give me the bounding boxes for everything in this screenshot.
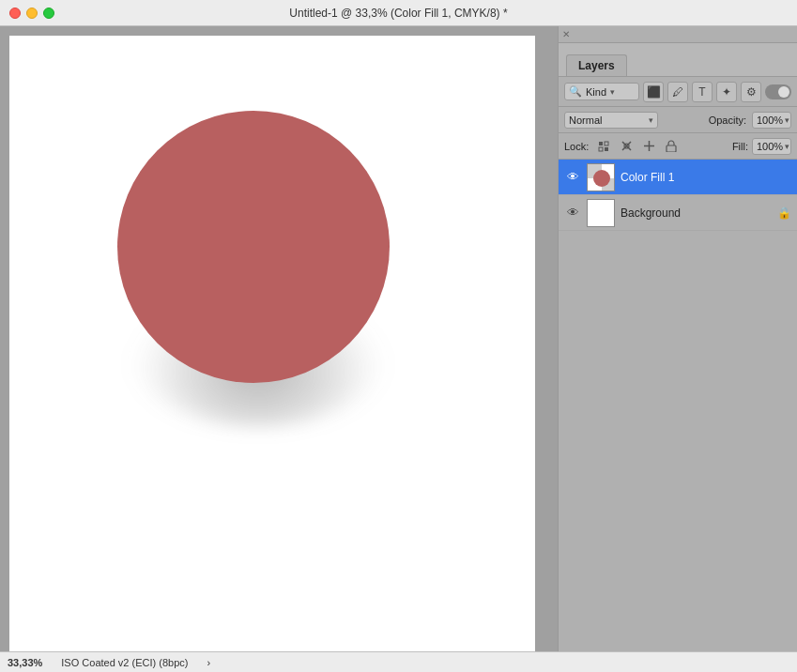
chevron-down-icon: ▾ bbox=[649, 115, 653, 125]
lock-all-button[interactable] bbox=[662, 137, 681, 156]
title-bar: Untitled-1 @ 33,3% (Color Fill 1, CMYK/8… bbox=[0, 0, 797, 26]
lock-position-button[interactable] bbox=[639, 137, 658, 156]
status-bar: 33,33% ISO Coated v2 (ECI) (8bpc) › bbox=[0, 651, 797, 672]
layer-visibility-toggle[interactable]: 👁 bbox=[564, 169, 581, 186]
svg-rect-0 bbox=[599, 142, 603, 145]
lock-fill-toolbar: Lock: Fill: 100% ▾ bbox=[559, 133, 797, 160]
main-area: ✕ Layers 🔍 Kind ▾ ⬛ 🖊 T ✦ ⚙ Normal ▾ bbox=[0, 26, 797, 651]
layers-tab[interactable]: Layers bbox=[566, 54, 627, 76]
fill-value-text: 100% bbox=[757, 141, 783, 152]
svg-rect-1 bbox=[605, 142, 608, 145]
blend-mode-value: Normal bbox=[569, 115, 602, 126]
window-title: Untitled-1 @ 33,3% (Color Fill 1, CMYK/8… bbox=[289, 7, 507, 20]
layer-visibility-toggle[interactable]: 👁 bbox=[564, 205, 581, 221]
panel-close-bar: ✕ bbox=[559, 26, 797, 43]
chevron-down-icon: ▾ bbox=[785, 115, 789, 125]
blend-opacity-toolbar: Normal ▾ Opacity: 100% ▾ bbox=[559, 107, 797, 133]
maximize-button[interactable] bbox=[43, 8, 54, 19]
kind-filter-select[interactable]: 🔍 Kind ▾ bbox=[564, 83, 639, 100]
chevron-down-icon: ▾ bbox=[610, 87, 615, 97]
fill-input[interactable]: 100% ▾ bbox=[752, 138, 791, 155]
layer-thumbnail bbox=[587, 199, 615, 227]
panel-tab-bar: Layers bbox=[559, 43, 797, 77]
close-button[interactable] bbox=[9, 8, 21, 19]
kind-filter-label: Kind bbox=[586, 86, 606, 98]
adjustment-filter-icon[interactable]: 🖊 bbox=[667, 82, 688, 102]
chevron-down-icon: ▾ bbox=[785, 142, 789, 151]
layer-thumbnail bbox=[587, 163, 615, 191]
fill-label: Fill: bbox=[732, 141, 748, 152]
layer-list: 👁 Color Fill 1 👁 Background 🔒 bbox=[559, 160, 797, 651]
layer-name: Background bbox=[621, 206, 772, 220]
color-profile: ISO Coated v2 (ECI) (8bpc) bbox=[61, 657, 188, 668]
lock-pixels-button[interactable] bbox=[617, 137, 636, 156]
pixel-filter-icon[interactable]: ⬛ bbox=[643, 82, 664, 102]
svg-rect-3 bbox=[605, 147, 608, 151]
layers-panel: ✕ Layers 🔍 Kind ▾ ⬛ 🖊 T ✦ ⚙ Normal ▾ bbox=[558, 26, 797, 651]
canvas-document bbox=[9, 36, 535, 651]
opacity-value-text: 100% bbox=[757, 115, 783, 126]
smart-filter-icon[interactable]: ⚙ bbox=[741, 82, 761, 102]
zoom-level: 33,33% bbox=[8, 657, 42, 668]
layer-lock-icon: 🔒 bbox=[777, 206, 791, 220]
layer-filter-toolbar: 🔍 Kind ▾ ⬛ 🖊 T ✦ ⚙ bbox=[559, 77, 797, 107]
layer-item[interactable]: 👁 Color Fill 1 bbox=[559, 160, 797, 195]
minimize-button[interactable] bbox=[26, 8, 38, 19]
blend-mode-select[interactable]: Normal ▾ bbox=[564, 112, 658, 129]
shape-filter-icon[interactable]: ✦ bbox=[716, 82, 737, 102]
search-icon: 🔍 bbox=[569, 85, 582, 98]
opacity-input[interactable]: 100% ▾ bbox=[752, 112, 791, 129]
type-filter-icon[interactable]: T bbox=[692, 82, 713, 102]
window-controls bbox=[9, 8, 54, 19]
layer-item[interactable]: 👁 Background 🔒 bbox=[559, 195, 797, 231]
lock-transparent-button[interactable] bbox=[594, 137, 613, 156]
status-arrow-icon[interactable]: › bbox=[207, 657, 210, 668]
circle-shape bbox=[117, 111, 390, 383]
svg-rect-7 bbox=[667, 145, 676, 152]
lock-label: Lock: bbox=[564, 141, 589, 152]
svg-rect-2 bbox=[599, 147, 603, 151]
canvas-area[interactable] bbox=[0, 26, 558, 651]
panel-close-icon[interactable]: ✕ bbox=[562, 29, 570, 39]
opacity-label: Opacity: bbox=[709, 115, 746, 126]
layer-name: Color Fill 1 bbox=[621, 171, 791, 184]
filter-toggle[interactable] bbox=[765, 84, 791, 99]
